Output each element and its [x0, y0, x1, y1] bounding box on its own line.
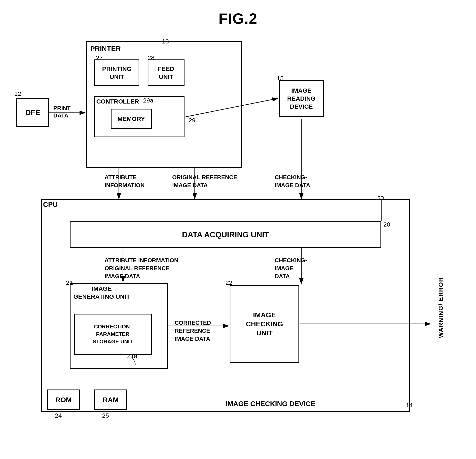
correction-parameter-storage-box: CORRECTION- PARAMETER STORAGE UNIT — [74, 314, 152, 355]
rom-box: ROM — [47, 390, 80, 410]
corrected-reference-image-data-label: CORRECTED REFERENCE IMAGE DATA — [175, 319, 211, 343]
label-25: 25 — [102, 412, 109, 419]
attribute-information-label: ATTRIBUTE INFORMATION — [104, 173, 144, 189]
label-23: 23 — [377, 195, 384, 202]
label-13: 13 — [162, 38, 169, 45]
feed-unit-box: FEED UNIT — [148, 60, 185, 86]
controller-label: CONTROLLER — [96, 98, 139, 105]
image-reading-device-box: IMAGE READING DEVICE — [279, 80, 324, 117]
print-data-label: PRINT DATA — [53, 105, 70, 119]
printer-label: PRINTER — [90, 44, 121, 53]
cpu-label: CPU — [43, 201, 58, 208]
label-15: 15 — [277, 75, 283, 82]
image-checking-device-label: IMAGE CHECKING DEVICE — [226, 400, 315, 408]
label-21a: 21a — [127, 353, 137, 360]
ram-box: RAM — [94, 390, 127, 410]
checking-image-data-top-label: CHECKING- IMAGE DATA — [275, 173, 310, 189]
memory-box: MEMORY — [111, 109, 152, 129]
label-20: 20 — [383, 221, 390, 228]
warning-error-label: WARNING/ ERROR — [433, 266, 449, 348]
image-generating-unit-label: IMAGE GENERATING UNIT — [73, 285, 130, 300]
label-21: 21 — [66, 279, 73, 286]
printing-unit-box: PRINTING UNIT — [94, 60, 139, 86]
label-27: 27 — [96, 54, 103, 61]
label-12: 12 — [14, 90, 21, 97]
label-22: 22 — [226, 279, 232, 286]
label-29a: 29a — [143, 97, 153, 104]
checking-image-data-mid-label: CHECKING- IMAGE DATA — [275, 256, 307, 280]
data-acquiring-unit-box: DATA ACQUIRING UNIT — [70, 221, 381, 248]
image-checking-unit-box: IMAGE CHECKING UNIT — [230, 285, 299, 363]
label-24: 24 — [55, 412, 62, 419]
label-29: 29 — [189, 117, 195, 124]
attr-info-orig-ref-label: ATTRIBUTE INFORMATION ORIGINAL REFERENCE… — [104, 256, 178, 280]
label-14: 14 — [406, 402, 413, 409]
diagram: FIG.2 DFE 12 PRINTER 13 PRINTING UNIT 27… — [0, 0, 476, 459]
label-28: 28 — [148, 54, 154, 61]
original-reference-image-data-label: ORIGINAL REFERENCE IMAGE DATA — [172, 173, 237, 189]
figure-title: FIG.2 — [219, 10, 257, 27]
dfe-box: DFE — [17, 98, 49, 127]
